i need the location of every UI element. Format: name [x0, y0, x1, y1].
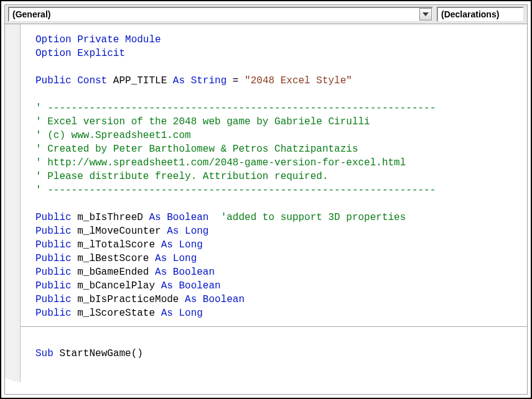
code-keyword: Sub [35, 348, 54, 359]
code-comment: ' --------------------------------------… [35, 185, 436, 196]
code-keyword: Option Private Module [35, 34, 161, 45]
code-keyword: Public [35, 226, 72, 237]
code-keyword: As Long [155, 253, 197, 264]
code-comment: ' Created by Peter Bartholomew & Petros … [35, 144, 358, 155]
code-keyword: Public [35, 212, 72, 223]
code-comment: ' Please distribute freely. Attribution … [35, 171, 328, 182]
code-keyword: As String [173, 75, 226, 86]
editor-area: Option Private Module Option Explicit Pu… [5, 24, 527, 394]
code-keyword: As Long [161, 308, 203, 319]
procedure-dropdown[interactable]: (Declarations) [437, 7, 524, 22]
code-keyword: As Long [161, 239, 203, 250]
code-identifier: StartNewGame() [54, 348, 143, 359]
code-identifier: m_lTotalScore [72, 239, 161, 250]
object-dropdown-value: (General) [9, 9, 54, 19]
code-comment: 'added to support 3D properties [208, 212, 406, 223]
code-keyword: Public [35, 280, 72, 291]
chevron-down-icon [422, 12, 429, 16]
dropdown-toolbar: (General) (Declarations) [5, 5, 527, 24]
margin-gutter [5, 24, 21, 394]
code-keyword: Public [35, 239, 72, 250]
code-identifier: APP_TITLE [107, 75, 173, 86]
code-comment: ' http://www.spreadsheet1.com/2048-game-… [35, 157, 406, 168]
code-pane[interactable]: Option Private Module Option Explicit Pu… [21, 24, 527, 394]
code-comment: ' Excel version of the 2048 web game by … [35, 116, 370, 127]
code-keyword: Public [35, 308, 72, 319]
code-identifier: m_bCancelPlay [72, 280, 161, 291]
code-string: "2048 Excel Style" [245, 75, 352, 86]
code-keyword: As Boolean [161, 280, 221, 291]
code-keyword: As Long [167, 226, 208, 237]
code-identifier: m_bIsPracticeMode [72, 294, 185, 305]
code-comment: ' --------------------------------------… [35, 103, 436, 114]
code-identifier: m_lScoreState [72, 308, 161, 319]
code-keyword: Public [35, 253, 72, 264]
code-keyword: Public [35, 294, 72, 305]
procedure-separator [21, 326, 527, 327]
code-comment: ' (c) www.Spreadsheet1.com [35, 130, 191, 141]
object-dropdown[interactable]: (General) [8, 7, 433, 22]
code-keyword: As Boolean [155, 267, 215, 278]
code-keyword: Explicit [77, 48, 125, 59]
procedure-dropdown-value: (Declarations) [437, 9, 503, 19]
code-keyword: Option [35, 48, 72, 59]
code-keyword: Public [35, 267, 72, 278]
code-identifier: m_lBestScore [72, 253, 155, 264]
code-identifier: m_bIsThreeD [72, 212, 149, 223]
code-keyword: As Boolean [185, 294, 245, 305]
code-identifier: m_bGameEnded [72, 267, 155, 278]
editor-frame: (General) (Declarations) Option Private … [4, 4, 528, 395]
vba-editor-window: (General) (Declarations) Option Private … [0, 0, 532, 399]
object-dropdown-button[interactable] [419, 8, 432, 21]
code-op: = [226, 75, 245, 86]
code-identifier: m_lMoveCounter [72, 226, 167, 237]
code-keyword: Public Const [35, 75, 107, 86]
code-keyword: As Boolean [149, 212, 208, 223]
